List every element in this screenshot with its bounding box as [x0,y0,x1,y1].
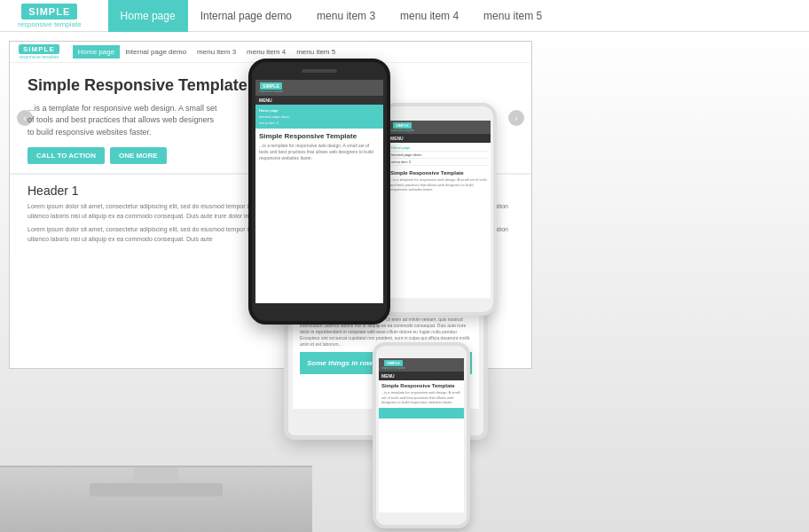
carousel-next[interactable]: › [508,110,524,126]
phone-small-screen: SIMPLE responsive template MENU Simple R… [379,358,464,512]
phone-large: SIMPLE responsive template MENU Home pag… [248,59,390,325]
more-button[interactable]: ONE MORE [110,147,167,164]
phone-small-title: Simple Responsive Template [381,383,461,388]
phone-large-nav-3: menu item 3 [259,120,380,126]
carousel-prev[interactable]: ‹ [17,110,33,126]
nav-item-4[interactable]: menu item 4 [388,0,471,32]
preview-nav-home: Home page [73,45,120,59]
phone-medium-nav-internal: Internal page demo [389,152,489,159]
nav-item-5[interactable]: menu item 5 [471,0,554,32]
preview-logo: SIMPLE responsive template [19,44,59,59]
logo: SIMPLE responsive template [18,4,82,28]
preview-logo-text: SIMPLE [19,44,59,54]
monitor-stand [0,466,312,532]
phone-medium-logo: SIMPLE [393,122,412,129]
phone-large-nav-internal: Internal page demo [259,113,380,120]
nav-item-home[interactable]: Home page [108,0,188,32]
phone-medium-content: Simple Responsive Template ...is a templ… [388,168,491,195]
phone-medium-menu: MENU [388,134,491,143]
phone-large-logo-sub: responsive template [259,90,283,93]
nav-item-3[interactable]: menu item 3 [304,0,388,32]
phone-large-logo: SIMPLE [260,82,282,90]
phone-large-content: Simple Responsive Template ...is a templ… [255,129,383,165]
main-content: SIMPLE responsive template Home page Int… [0,32,809,532]
phone-large-desc: ...is a template for responsive web desi… [259,143,380,161]
monitor-base [90,483,223,497]
phone-medium-nav-home: Home page [389,145,489,152]
phone-large-screen: SIMPLE responsive template MENU Home pag… [255,80,383,303]
phone-small-menu: MENU [379,372,464,380]
phone-small: SIMPLE responsive template MENU Simple R… [373,342,470,528]
phone-medium-screen: SIMPLE responsive template MENU Home pag… [388,121,491,298]
phone-medium-nav-3: menu item 3 [389,159,489,166]
preview-nav-4: menu item 4 [241,45,291,59]
phone-small-nav: SIMPLE responsive template [379,358,464,372]
nav-items: Home page Internal page demo menu item 3… [108,0,555,32]
preview-nav-5: menu item 5 [291,45,341,59]
phone-small-desc: ...is a template for responsive web desi… [381,390,461,405]
phone-small-logo-sub: responsive template [381,366,405,370]
preview-nav-internal: Internal page demo [120,45,192,59]
logo-sub: responsive template [18,20,82,28]
phone-medium-title: Simple Responsive Template [390,170,488,176]
preview-nav-items: Home page Internal page demo menu item 3… [73,45,341,59]
phone-medium-nav: SIMPLE responsive template [388,121,491,134]
preview-logo-sub: responsive template [20,54,59,59]
phone-large-title: Simple Responsive Template [259,132,380,140]
phone-small-content: Simple Responsive Template ...is a templ… [379,380,464,408]
preview-description: ...is a template for responsive web desi… [27,103,223,139]
logo-text: SIMPLE [21,4,77,20]
phone-small-logo: SIMPLE [384,360,403,366]
phone-large-menu: MENU [255,96,383,105]
phone-medium: SIMPLE responsive template MENU Home pag… [381,103,497,316]
phone-large-nav-list: Home page Internal page demo menu item 3 [255,105,383,129]
phone-medium-nav-list: Home page Internal page demo menu item 3 [388,143,491,168]
top-navigation: SIMPLE responsive template Home page Int… [0,0,809,32]
cta-button[interactable]: CALL TO ACTION [27,147,105,164]
phone-small-green-bar [379,408,464,419]
phone-large-nav-home: Home page [259,107,380,113]
phone-medium-logo-sub: responsive template [390,129,414,132]
nav-item-internal[interactable]: Internal page demo [188,0,304,32]
phone-large-nav: SIMPLE responsive template [255,80,383,96]
phone-medium-desc: ...is a template for responsive web desi… [390,177,488,192]
monitor-neck [134,467,178,483]
preview-nav-3: menu item 3 [192,45,241,59]
